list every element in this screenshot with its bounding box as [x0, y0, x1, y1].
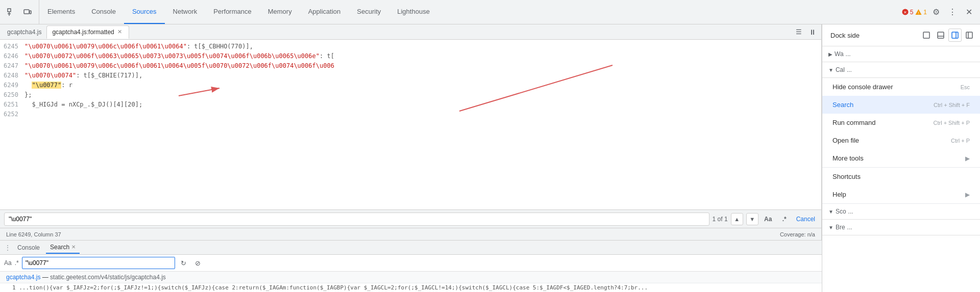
tab-application[interactable]: Application — [300, 0, 349, 24]
menu-hide-console[interactable]: Hide console drawer Esc — [822, 78, 980, 96]
console-panel: ⋮ Console Search ✕ Aa .* ↻ ⊘ gcaptcha4.j… — [0, 240, 822, 292]
svg-rect-3 — [24, 10, 29, 14]
devtools-nav: Elements Console Sources Network Perform… — [0, 0, 980, 24]
console-clear-btn[interactable]: ⊘ — [192, 257, 204, 269]
close-icon[interactable]: ✕ — [962, 5, 976, 19]
console-tab-console[interactable]: Console — [13, 242, 44, 254]
status-bar: Line 6249, Column 37 Coverage: n/a — [0, 228, 821, 240]
sco-section[interactable]: ▼ Sco... — [822, 204, 980, 220]
main-area: gcaptcha4.js gcaptcha4.js:formatted ✕ ☰ … — [0, 24, 980, 292]
right-panel: Dock side — [822, 24, 980, 292]
bre-expand-icon: ▼ — [828, 225, 834, 230]
menu-help[interactable]: Help ▶ — [822, 185, 980, 203]
tab-memory[interactable]: Memory — [260, 0, 300, 24]
menu-shortcuts[interactable]: Shortcuts — [822, 168, 980, 185]
source-tabs: gcaptcha4.js gcaptcha4.js:formatted ✕ ☰ … — [0, 24, 821, 40]
console-search-input[interactable] — [22, 257, 175, 269]
cancel-btn[interactable]: Cancel — [794, 216, 817, 223]
menu-open-file[interactable]: Open file Ctrl + P — [822, 131, 980, 149]
source-panel: gcaptcha4.js gcaptcha4.js:formatted ✕ ☰ … — [0, 24, 822, 240]
menu-more-tools[interactable]: More tools ▶ — [822, 149, 980, 167]
code-line-6250: 6250 }; — [0, 90, 821, 100]
svg-rect-12 — [923, 32, 929, 38]
console-tab-search[interactable]: Search ✕ — [46, 242, 80, 254]
code-line-6251: 6251 $_HIGJd = nXCp_.$_DJ()[4][20]; — [0, 100, 821, 110]
svg-rect-17 — [966, 32, 972, 38]
inspect-icon[interactable] — [4, 5, 18, 19]
search-input[interactable] — [4, 213, 709, 226]
error-badge: ✕ 5 — [902, 9, 914, 16]
dock-icons — [920, 29, 976, 42]
dock-bottom-icon[interactable] — [934, 29, 947, 42]
console-regex-label[interactable]: .* — [15, 259, 19, 267]
tab-elements[interactable]: Elements — [39, 0, 83, 24]
regex-btn[interactable]: .* — [778, 213, 791, 226]
nav-icon-group — [0, 0, 39, 24]
code-lines: 6245 "\u0070\u0061\u0079\u006c\u006f\u00… — [0, 40, 821, 121]
tab-performance[interactable]: Performance — [205, 0, 259, 24]
source-tab-close[interactable]: ✕ — [116, 29, 124, 36]
cal-expand-icon: ▼ — [828, 67, 834, 73]
device-icon[interactable] — [20, 5, 35, 19]
search-count: 1 of 1 — [713, 216, 728, 223]
menu-items-section: Hide console drawer Esc Search Ctrl + Sh… — [822, 78, 980, 168]
console-search-row: Aa .* ↻ ⊘ — [0, 255, 822, 272]
search-bar: 1 of 1 ▲ ▼ Aa .* Cancel — [0, 209, 821, 228]
result-separator: — — [42, 274, 50, 281]
tab-security[interactable]: Security — [349, 0, 389, 24]
file-result-row: gcaptcha4.js — static.geetest.com/v4/sta… — [0, 272, 822, 283]
drag-handle-icon: ⋮ — [4, 244, 11, 252]
result-file-path: static.geetest.com/v4/static/js/gcaptcha… — [50, 274, 166, 281]
menu-shortcuts-section: Shortcuts Help ▶ — [822, 168, 980, 204]
wa-expand-icon: ▶ — [828, 51, 832, 57]
result-row: 1 ...tion(){var $_IAFJz=2;for(;$_IAFJz!=… — [0, 283, 822, 292]
svg-text:✕: ✕ — [903, 10, 907, 15]
wa-section[interactable]: ▶ Wa... — [822, 46, 980, 62]
help-arrow-icon: ▶ — [965, 191, 970, 198]
more-options-icon[interactable]: ⋮ — [945, 5, 960, 19]
cal-section[interactable]: ▼ Cal... — [822, 62, 980, 78]
search-next-btn[interactable]: ▼ — [746, 213, 758, 225]
highlighted-match: "\u0077" — [32, 82, 61, 89]
dock-undock-icon[interactable] — [920, 29, 933, 42]
code-line-6245: 6245 "\u0070\u0061\u0079\u006c\u006f\u00… — [0, 42, 821, 51]
source-tab-formatted[interactable]: gcaptcha4.js:formatted ✕ — [46, 25, 129, 39]
tab-console[interactable]: Console — [83, 0, 124, 24]
tab-sources[interactable]: Sources — [124, 0, 165, 24]
tab-lighthouse[interactable]: Lighthouse — [389, 0, 438, 24]
nav-tabs: Elements Console Sources Network Perform… — [39, 0, 898, 24]
code-area: 6245 "\u0070\u0061\u0079\u006c\u006f\u00… — [0, 40, 821, 209]
menu-run-command[interactable]: Run command Ctrl + Shift + P — [822, 114, 980, 131]
panel-menu-icon[interactable]: ☰ — [792, 25, 806, 39]
console-tabs: ⋮ Console Search ✕ — [0, 241, 822, 255]
more-tools-arrow-icon: ▶ — [965, 155, 970, 162]
code-line-6249: 6249 "\u0077": r — [0, 81, 821, 90]
menu-search[interactable]: Search Ctrl + Shift + F — [822, 96, 980, 114]
sco-expand-icon: ▼ — [828, 209, 834, 215]
cursor-position: Line 6249, Column 37 — [6, 231, 61, 237]
pause-btn[interactable]: ⏸ — [806, 25, 819, 39]
console-match-case-label[interactable]: Aa — [4, 259, 12, 267]
dock-right-icon[interactable] — [948, 29, 962, 42]
bre-section[interactable]: ▼ Bre... — [822, 220, 980, 235]
svg-rect-13 — [938, 32, 944, 38]
settings-icon[interactable]: ⚙ — [929, 5, 943, 19]
code-line-6246: 6246 "\u0070\u0072\u006f\u0063\u0065\u00… — [0, 51, 821, 61]
svg-text:!: ! — [918, 11, 919, 15]
search-prev-btn[interactable]: ▲ — [731, 213, 743, 225]
match-case-btn[interactable]: Aa — [762, 213, 775, 226]
coverage-info: Coverage: n/a — [780, 231, 815, 237]
tab-network[interactable]: Network — [165, 0, 206, 24]
code-line-6247: 6247 "\u0070\u0061\u0079\u006c\u006f\u00… — [0, 61, 821, 71]
dock-side-label: Dock side — [826, 32, 860, 39]
code-line-6252: 6252 — [0, 110, 821, 119]
right-panel-header: Dock side — [822, 24, 980, 46]
source-container: gcaptcha4.js gcaptcha4.js:formatted ✕ ☰ … — [0, 24, 822, 292]
result-file-name: gcaptcha4.js — [6, 274, 40, 281]
dock-left-icon[interactable] — [963, 29, 976, 42]
source-tab-gcaptcha4[interactable]: gcaptcha4.js — [2, 25, 46, 39]
svg-rect-15 — [952, 32, 958, 38]
console-refresh-btn[interactable]: ↻ — [178, 257, 189, 269]
code-line-6248: 6248 "\u0070\u0074": t[$_CBHIE(717)], — [0, 71, 821, 81]
console-tab-close-icon[interactable]: ✕ — [71, 244, 76, 250]
